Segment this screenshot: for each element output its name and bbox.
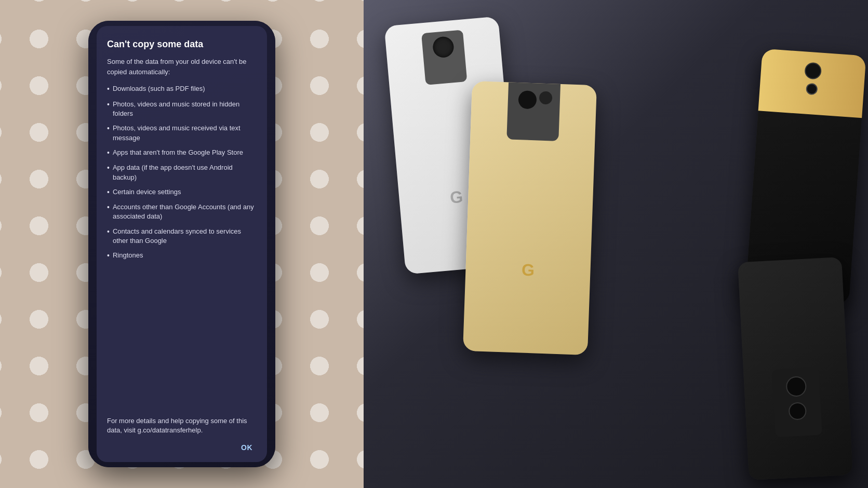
pixel-black-gold-camera-bar <box>758 49 866 118</box>
list-item-text: Contacts and calendars synced to service… <box>113 227 257 246</box>
list-item-text: Photos, videos and music received via te… <box>113 124 257 142</box>
dialog-title: Can't copy some data <box>107 38 257 50</box>
pixel-gold-phone: G <box>463 81 597 355</box>
bullet-point: • <box>107 148 110 158</box>
phone-device: Can't copy some data Some of the data fr… <box>88 21 275 467</box>
list-item-text: Apps that aren't from the Google Play St… <box>113 148 243 158</box>
list-item: •Contacts and calendars synced to servic… <box>107 227 257 246</box>
list-item: •Photos, videos and music stored in hidd… <box>107 100 257 118</box>
list-item: •Accounts other than Google Accounts (an… <box>107 202 257 221</box>
camera-lens-2 <box>806 83 818 95</box>
pixel-black-gold-camera-module <box>798 62 826 105</box>
list-item-text: Accounts other than Google Accounts (and… <box>113 202 257 221</box>
google-logo-gold-phone: G <box>517 259 539 280</box>
list-item-text: App data (if the app doesn't use Android… <box>113 163 257 182</box>
list-item: •Apps that aren't from the Google Play S… <box>107 148 257 158</box>
dialog-list: •Downloads (such as PDF files)•Photos, v… <box>107 84 257 408</box>
bullet-point: • <box>107 84 110 94</box>
ok-button-row: OK <box>107 435 257 454</box>
bullet-point: • <box>107 187 110 198</box>
left-panel: Can't copy some data Some of the data fr… <box>0 0 364 488</box>
dialog-footer: For more details and help copying some o… <box>107 412 257 435</box>
bullet-point: • <box>107 163 110 182</box>
list-item-text: Ringtones <box>113 251 143 261</box>
list-item-text: Downloads (such as PDF files) <box>113 84 205 94</box>
bullet-point: • <box>107 227 110 246</box>
dialog-subtitle: Some of the data from your old device ca… <box>107 57 257 77</box>
bullet-point: • <box>107 202 110 221</box>
pixel-gold-camera-module <box>506 82 560 141</box>
list-item: •Downloads (such as PDF files) <box>107 84 257 94</box>
pixel-black-phone <box>738 257 853 480</box>
list-item: •Certain device settings <box>107 187 257 198</box>
list-item-text: Photos, videos and music stored in hidde… <box>113 100 257 118</box>
google-logo-white-phone: G <box>445 186 468 208</box>
bullet-point: • <box>107 100 110 118</box>
right-panel: G G <box>364 0 868 488</box>
dialog-card: Can't copy some data Some of the data fr… <box>97 26 267 462</box>
camera-lens-1 <box>804 62 822 79</box>
bullet-point: • <box>107 251 110 261</box>
list-item: •Photos, videos and music received via t… <box>107 124 257 142</box>
pixel-white-camera-module <box>421 30 467 85</box>
list-item: •Ringtones <box>107 251 257 261</box>
ok-button[interactable]: OK <box>237 441 257 454</box>
list-item-text: Certain device settings <box>113 187 181 198</box>
bullet-point: • <box>107 124 110 142</box>
pixel-black-camera-module <box>772 368 822 438</box>
list-item: •App data (if the app doesn't use Androi… <box>107 163 257 182</box>
